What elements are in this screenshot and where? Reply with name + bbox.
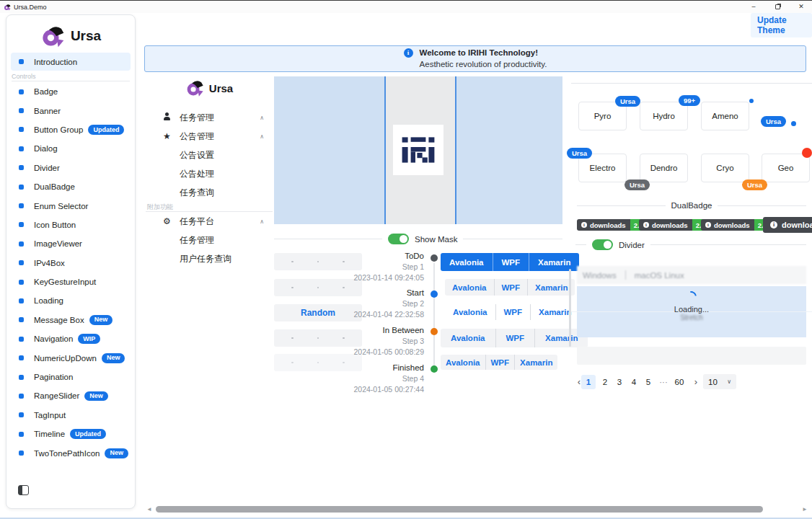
timeline-entry: Start Step 2 2024-01-04 22:32:58 <box>319 288 424 319</box>
loading-spinner-icon <box>684 289 699 304</box>
sidebar-item-icon-button[interactable]: Icon Button <box>11 216 132 234</box>
sidebar-item-timeline[interactable]: TimelineUpdated <box>11 425 132 443</box>
divider-line <box>718 205 806 206</box>
timeline-time: 2023-01-14 09:24:05 <box>319 273 424 282</box>
update-theme-button[interactable]: Update Theme <box>751 13 812 37</box>
viewer-mask-right <box>456 76 562 224</box>
menu-item-label: 公告设置 <box>180 149 214 161</box>
image-viewer[interactable] <box>274 76 562 224</box>
pagination-page-2[interactable]: 2 <box>598 375 612 389</box>
mask-guide-line[interactable] <box>384 76 386 224</box>
sidebar-collapse-icon[interactable] <box>18 485 29 495</box>
minimize-button[interactable]: – <box>743 1 764 12</box>
avalonia-button[interactable]: Avalonia <box>441 329 495 347</box>
avalonia-button[interactable]: Avalonia <box>441 253 493 271</box>
menu-item-task-management[interactable]: 任务管理 ∧ <box>144 109 274 126</box>
pagination-page-4[interactable]: 4 <box>627 375 641 389</box>
sidebar-item-twotonepathicon[interactable]: TwoTonePathIconNew <box>11 443 132 462</box>
xamarin-button[interactable]: Xamarin <box>530 304 579 320</box>
sidebar-item-dualbadge[interactable]: DualBadge <box>11 177 132 196</box>
wpf-button[interactable]: WPF <box>494 279 528 296</box>
sidebar-item-label: TwoTonePathIcon <box>34 449 100 458</box>
avalonia-button[interactable]: Avalonia <box>441 355 485 370</box>
sidebar-item-enum-selector[interactable]: Enum Selector <box>11 196 132 215</box>
chevron-up-icon[interactable]: ∧ <box>260 218 264 225</box>
sidebar-item-label: ImageViewer <box>34 239 82 248</box>
skeleton-bar <box>577 347 806 365</box>
pagination-page-1[interactable]: 1 <box>581 375 596 389</box>
wpf-button[interactable]: WPF <box>495 329 535 347</box>
mask-guide-line[interactable] <box>455 76 456 224</box>
menu-item-announcement-processing[interactable]: 公告处理 <box>144 165 274 182</box>
avalonia-button[interactable]: Avalonia <box>445 279 494 296</box>
sidebar-item-label: Icon Button <box>34 221 76 229</box>
dual-badge-label: download <box>782 221 812 229</box>
sidebar: Ursa Introduction Controls Badge Banner … <box>6 14 136 509</box>
menu-item-label: 公告处理 <box>180 168 214 180</box>
page-size-select[interactable]: 10 ∨ <box>703 374 736 389</box>
bullet-icon <box>19 108 24 113</box>
sidebar-item-label: Divider <box>34 164 60 172</box>
pagination-page-3[interactable]: 3 <box>612 375 627 389</box>
sidebar-item-label: KeyGestureInput <box>34 278 96 286</box>
show-mask-toggle[interactable] <box>388 234 409 244</box>
sidebar-item-label: Introduction <box>34 58 77 66</box>
sidebar-item-banner[interactable]: Banner <box>11 101 132 120</box>
sidebar-item-navigation[interactable]: NavigationWIP <box>11 329 132 348</box>
sidebar-item-imageviewer[interactable]: ImageViewer <box>11 234 132 253</box>
avalonia-button[interactable]: Avalonia <box>445 304 495 320</box>
scroll-right-icon[interactable]: ► <box>802 506 808 513</box>
app-window: Ursa.Demo – ✕ Ursa Introduction Controls… <box>0 0 812 519</box>
sidebar-item-numericupdown[interactable]: NumericUpDownNew <box>11 348 132 367</box>
sidebar-item-taginput[interactable]: TagInput <box>11 406 132 425</box>
section-divider <box>146 211 273 212</box>
menu-item-announcement-management[interactable]: ★ 公告管理 ∧ <box>144 128 274 145</box>
status-badge: New <box>102 353 125 363</box>
pagination-next-icon[interactable]: › <box>689 375 703 389</box>
xamarin-button[interactable]: Xamarin <box>527 279 575 296</box>
pagination-page-5[interactable]: 5 <box>641 375 656 389</box>
timeline-title: Finished <box>319 363 424 372</box>
divider-toggle[interactable] <box>592 239 613 250</box>
sidebar-item-ipv4box[interactable]: IPv4Box <box>11 254 132 272</box>
vertical-scrollbar[interactable] <box>569 269 571 347</box>
menu-item-label: 任务管理 <box>180 234 214 247</box>
timeline-dot-start <box>431 290 438 298</box>
sidebar-item-badge[interactable]: Badge <box>11 82 132 101</box>
pagination-page-60[interactable]: 60 <box>672 375 687 389</box>
sidebar-item-message-box[interactable]: Message BoxNew <box>11 311 132 329</box>
wpf-button[interactable]: WPF <box>495 304 531 320</box>
sidebar-item-label: Loading <box>34 296 63 305</box>
horizontal-scrollbar-thumb[interactable] <box>156 506 763 513</box>
wpf-button[interactable]: WPF <box>493 253 529 271</box>
badge-card-geo: Geo <box>762 154 810 182</box>
scroll-left-icon[interactable]: ◄ <box>146 506 152 513</box>
menu-item-user-task-query[interactable]: 用户任务查询 <box>144 250 274 267</box>
restore-button[interactable] <box>767 1 788 12</box>
menu-item-task-management-2[interactable]: 任务管理 <box>144 231 274 249</box>
wpf-button[interactable]: WPF <box>485 355 515 370</box>
timeline-entry: ToDo Step 1 2023-01-14 09:24:05 <box>319 252 424 282</box>
sidebar-item-label: Message Box <box>34 316 84 324</box>
sidebar-item-label: IPv4Box <box>34 259 65 267</box>
bullet-icon <box>19 280 24 285</box>
sidebar-item-introduction[interactable]: Introduction <box>11 53 131 71</box>
chevron-up-icon[interactable]: ∧ <box>260 115 264 121</box>
sidebar-item-divider[interactable]: Divider <box>11 159 132 177</box>
count-badge: 99+ <box>679 95 700 106</box>
card-label: Pyro <box>594 112 612 120</box>
menu-item-announcement-settings[interactable]: 公告设置 <box>144 146 274 164</box>
sidebar-item-loading[interactable]: Loading <box>11 291 132 310</box>
xamarin-button[interactable]: Xamarin <box>529 253 579 271</box>
xamarin-button[interactable]: Xamarin <box>514 355 557 370</box>
sidebar-item-button-group[interactable]: Button GroupUpdated <box>11 120 132 139</box>
bullet-icon <box>19 355 24 360</box>
sidebar-item-keygestureinput[interactable]: KeyGestureInput <box>11 272 132 291</box>
sidebar-item-dialog[interactable]: Dialog <box>11 139 132 158</box>
sidebar-item-rangeslider[interactable]: RangeSliderNew <box>11 386 132 405</box>
close-button[interactable]: ✕ <box>790 1 812 12</box>
chevron-up-icon[interactable]: ∧ <box>260 133 264 140</box>
menu-item-task-query[interactable]: 任务查询 <box>144 184 274 201</box>
sidebar-item-pagination[interactable]: Pagination <box>11 368 132 386</box>
menu-item-task-platform[interactable]: ⚙ 任务平台 ∧ <box>144 213 274 230</box>
